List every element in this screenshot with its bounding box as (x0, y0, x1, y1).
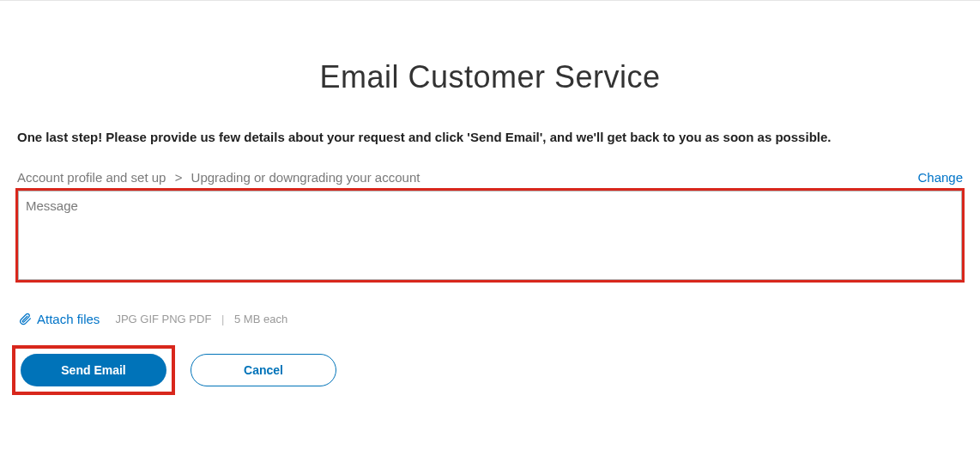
breadcrumb-level-1: Account profile and set up (17, 170, 166, 185)
instruction-text: One last step! Please provide us few det… (17, 130, 963, 144)
attach-formats: JPG GIF PNG PDF (115, 313, 211, 325)
attach-separator: | (221, 313, 224, 325)
paperclip-icon (19, 313, 32, 325)
page-title: Email Customer Service (0, 59, 980, 95)
topic-row: Account profile and set up > Upgrading o… (17, 170, 963, 185)
breadcrumb: Account profile and set up > Upgrading o… (17, 170, 420, 185)
breadcrumb-separator: > (175, 170, 183, 185)
message-textarea[interactable] (18, 191, 962, 280)
button-row: Send Email Cancel (12, 345, 968, 395)
message-highlight-box (15, 188, 965, 283)
send-button-highlight-box: Send Email (12, 345, 175, 395)
breadcrumb-level-2: Upgrading or downgrading your account (191, 170, 420, 185)
attach-hint: JPG GIF PNG PDF | 5 MB each (115, 313, 287, 325)
change-link[interactable]: Change (917, 170, 963, 185)
send-email-button[interactable]: Send Email (21, 354, 166, 386)
cancel-button[interactable]: Cancel (191, 354, 336, 386)
attach-row: Attach files JPG GIF PNG PDF | 5 MB each (19, 312, 963, 326)
attach-size: 5 MB each (234, 313, 287, 325)
attach-files-link[interactable]: Attach files (37, 312, 100, 326)
